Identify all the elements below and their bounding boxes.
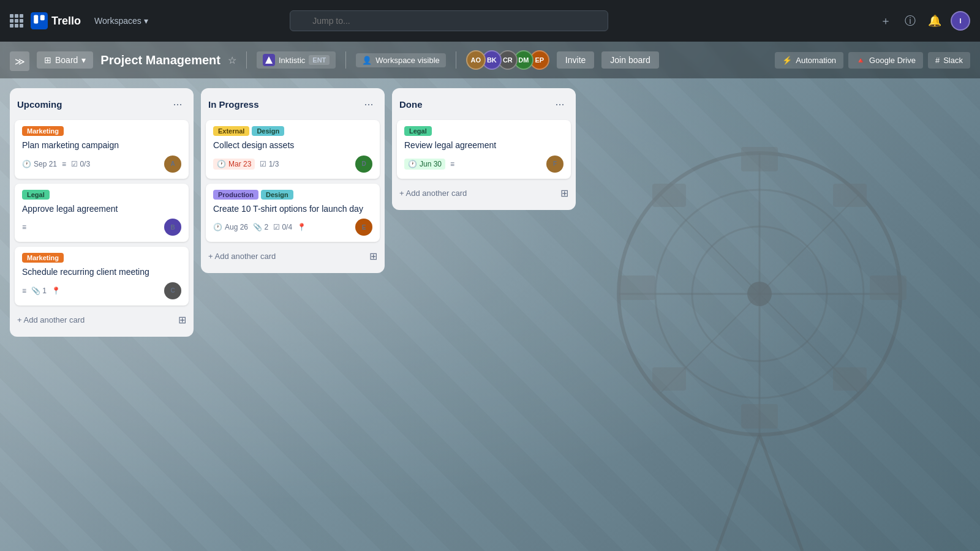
info-button[interactable]: ⓘ (899, 10, 921, 32)
card-title: Collect design assets (213, 140, 372, 152)
board-header: ≫ ⊞ Board ▾ Project Management ☆ Inktist… (0, 42, 980, 78)
star-button[interactable]: ☆ (228, 54, 236, 66)
divider (246, 51, 247, 69)
card-title: Plan marketing campaign (22, 140, 181, 152)
card-avatar: F (546, 156, 564, 173)
add-card-button-upcoming[interactable]: + Add another card (15, 310, 176, 329)
svg-marker-21 (265, 56, 273, 64)
column-header-upcoming: Upcoming ··· (15, 96, 189, 115)
add-template-button-upcoming[interactable]: ⊞ (176, 312, 189, 328)
column-title-in-progress: In Progress (208, 99, 259, 110)
slack-button[interactable]: # Slack (928, 52, 970, 69)
add-card-row-in-progress: + Add another card ⊞ (206, 247, 380, 266)
card-footer: 🕐 Mar 23☑ 1/3 D (213, 156, 372, 173)
column-menu-button-done[interactable]: ··· (551, 96, 568, 113)
board-view-button[interactable]: ⊞ Board ▾ (37, 51, 93, 69)
card-labels: Legal (404, 126, 564, 136)
card-label: Design (252, 126, 284, 136)
column-menu-button-upcoming[interactable]: ··· (169, 96, 186, 113)
column-header-done: Done ··· (397, 96, 571, 115)
gdrive-button[interactable]: 🔺 Google Drive (848, 52, 923, 69)
search-input[interactable] (290, 10, 608, 31)
card-footer: 🕐 Sep 21≡☑ 0/3 A (22, 156, 181, 173)
card-in-progress-1[interactable]: ProductionDesign Create 10 T-shirt optio… (206, 184, 380, 242)
card-labels: Legal (22, 190, 181, 200)
user-avatar[interactable]: I (951, 11, 970, 31)
svg-rect-1 (34, 15, 38, 23)
card-desc-icon: ≡ (450, 160, 454, 168)
workspace-badge[interactable]: Inktistic ENT (257, 51, 336, 69)
trello-label: Trello (51, 15, 81, 28)
join-board-button[interactable]: Join board (601, 51, 658, 69)
clock-icon: 🕐 (22, 160, 31, 168)
clock-icon: 🕐 (408, 160, 417, 168)
create-button[interactable]: ＋ (875, 10, 897, 32)
column-menu-button-in-progress[interactable]: ··· (360, 96, 377, 113)
card-location-icon: 📍 (51, 287, 61, 295)
add-template-button-done[interactable]: ⊞ (558, 185, 571, 201)
add-card-button-in-progress[interactable]: + Add another card (206, 247, 367, 266)
divider2 (345, 51, 346, 69)
card-done-0[interactable]: Legal Review legal agreement 🕐 Jun 30≡ F (397, 120, 571, 179)
card-title: Schedule recurring client meeting (22, 266, 181, 279)
card-date: 🕐 Aug 26 (213, 223, 248, 231)
column-header-in-progress: In Progress ··· (206, 96, 380, 115)
column-upcoming: Upcoming ··· Marketing Plan marketing ca… (10, 88, 194, 337)
board-content: Upcoming ··· Marketing Plan marketing ca… (0, 78, 980, 551)
ent-badge: ENT (309, 55, 330, 65)
card-label: Marketing (22, 253, 64, 263)
view-chevron-icon: ▾ (81, 55, 86, 65)
card-title: Create 10 T-shirt options for launch day (213, 203, 372, 216)
card-checklist: ☑ 1/3 (260, 160, 279, 168)
sidebar-toggle-button[interactable]: ≫ (10, 51, 29, 71)
app-wrapper: Trello Workspaces ▾ 🔍 ＋ ⓘ 🔔 I (0, 0, 980, 551)
card-footer: 🕐 Jun 30≡ F (404, 156, 564, 173)
card-label: Design (261, 190, 293, 200)
column-in-progress: In Progress ··· ExternalDesign Collect d… (201, 88, 385, 273)
workspaces-button[interactable]: Workspaces ▾ (88, 12, 154, 29)
add-card-row-upcoming: + Add another card ⊞ (15, 310, 189, 329)
workspace-visible-button[interactable]: 👤 Workspace visible (356, 53, 446, 67)
column-done: Done ··· Legal Review legal agreement 🕐 … (392, 88, 576, 210)
card-avatar: B (164, 219, 181, 236)
card-checklist: ☑ 0/3 (71, 160, 90, 168)
card-labels: Marketing (22, 126, 181, 136)
card-in-progress-0[interactable]: ExternalDesign Collect design assets 🕐 M… (206, 120, 380, 179)
lightning-icon: ⚡ (782, 56, 792, 65)
card-labels: ProductionDesign (213, 190, 372, 200)
people-icon: 👤 (362, 56, 372, 65)
card-labels: ExternalDesign (213, 126, 372, 136)
board-area: ≫ ⊞ Board ▾ Project Management ☆ Inktist… (0, 42, 980, 551)
card-label: Legal (22, 190, 50, 200)
card-avatar: A (164, 156, 181, 173)
member-avatar-1[interactable]: AO (466, 50, 486, 70)
card-date: 🕐 Sep 21 (22, 160, 57, 168)
card-label: Production (213, 190, 258, 200)
add-card-row-done: + Add another card ⊞ (397, 184, 571, 203)
card-checklist: ☑ 0/4 (273, 223, 292, 231)
board-view-icon: ⊞ (44, 55, 51, 65)
add-card-button-done[interactable]: + Add another card (397, 184, 558, 203)
board-title: Project Management (100, 53, 221, 67)
gdrive-icon: 🔺 (856, 56, 865, 65)
card-upcoming-1[interactable]: Legal Approve legal agreement ≡ B (15, 184, 189, 242)
chevron-down-icon: ▾ (144, 16, 148, 26)
invite-button[interactable]: Invite (557, 51, 594, 69)
add-template-button-in-progress[interactable]: ⊞ (367, 248, 380, 264)
card-date: 🕐 Jun 30 (404, 159, 445, 170)
card-avatar: C (164, 282, 181, 299)
card-upcoming-0[interactable]: Marketing Plan marketing campaign 🕐 Sep … (15, 120, 189, 179)
svg-rect-0 (31, 12, 48, 29)
card-date: 🕐 Mar 23 (213, 159, 255, 170)
card-upcoming-2[interactable]: Marketing Schedule recurring client meet… (15, 247, 189, 305)
card-label: Legal (404, 126, 432, 136)
card-label: Marketing (22, 126, 64, 136)
card-footer: ≡📎 1📍 C (22, 282, 181, 299)
card-labels: Marketing (22, 253, 181, 263)
card-title: Approve legal agreement (22, 203, 181, 216)
grid-menu-icon[interactable] (10, 14, 23, 28)
trello-logo[interactable]: Trello (31, 12, 81, 29)
card-title: Review legal agreement (404, 140, 564, 152)
automation-button[interactable]: ⚡ Automation (775, 52, 843, 69)
notifications-button[interactable]: 🔔 (924, 10, 946, 32)
